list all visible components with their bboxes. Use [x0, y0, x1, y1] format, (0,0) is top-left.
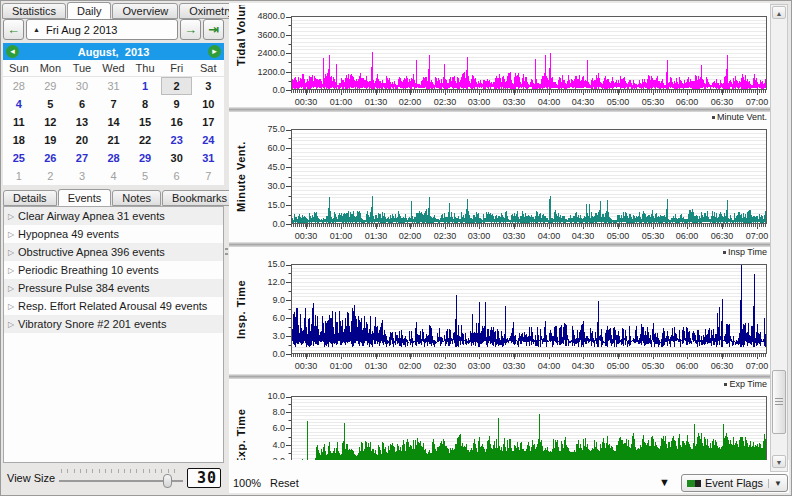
calendar-day-cell[interactable]: 10	[192, 95, 224, 113]
calendar-day-cell[interactable]: 13	[66, 113, 98, 131]
event-list-item[interactable]: ▷Hypopnea 49 events	[4, 225, 223, 243]
calendar-day-cell[interactable]: 11	[3, 113, 35, 131]
y-tick-label: 10.0	[233, 391, 285, 401]
graph-toggle-icon[interactable]: ▼	[659, 476, 670, 488]
reset-zoom-button[interactable]: Reset	[270, 477, 299, 489]
chart-minute-vent-: Minute Vent.Minute Vent.0.015.030.045.06…	[229, 109, 770, 244]
y-tick-label: 15.0	[233, 259, 285, 269]
calendar-day-cell[interactable]: 8	[129, 95, 161, 113]
charts-scrollbar[interactable]: ▲ ▼	[770, 4, 788, 472]
view-size-slider[interactable]	[59, 467, 183, 489]
calendar-day-cell[interactable]: 2	[35, 167, 67, 185]
x-tick-label: 01:00	[323, 97, 359, 107]
scrollbar-down-button[interactable]: ▼	[772, 455, 786, 468]
calendar-day-cell[interactable]: 29	[129, 149, 161, 167]
calendar-weekday-label: Tue	[66, 60, 98, 76]
calendar-day-cell[interactable]: 20	[66, 131, 98, 149]
next-day-button[interactable]: →	[180, 19, 201, 40]
calendar-day-cell[interactable]: 5	[35, 95, 67, 113]
event-list-item[interactable]: ▷Clear Airway Apnea 31 events	[4, 207, 223, 225]
calendar-day-cell[interactable]: 4	[3, 95, 35, 113]
expand-row-icon[interactable]: ▷	[4, 212, 18, 221]
calendar-day-cell[interactable]: 7	[98, 95, 130, 113]
calendar-day-cell[interactable]: 30	[66, 77, 98, 95]
chart-title: Exp Time	[724, 379, 767, 389]
calendar-day-cell[interactable]: 18	[3, 131, 35, 149]
calendar-day-cell[interactable]: 12	[35, 113, 67, 131]
x-tick-label: 06:00	[669, 361, 705, 371]
expand-row-icon[interactable]: ▷	[4, 302, 18, 311]
tab-notes[interactable]: Notes	[112, 190, 161, 206]
calendar-day-cell[interactable]: 6	[66, 95, 98, 113]
calendar-day-cell[interactable]: 21	[98, 131, 130, 149]
scrollbar-thumb[interactable]	[772, 370, 786, 434]
date-selector[interactable]: ▲ Fri Aug 2 2013	[26, 19, 178, 40]
calendar-day-cell[interactable]: 24	[192, 131, 224, 149]
expand-row-icon[interactable]: ▷	[4, 248, 18, 257]
calendar-day-cell[interactable]: 9	[161, 95, 193, 113]
expand-row-icon[interactable]: ▷	[4, 284, 18, 293]
calendar-day-cell[interactable]: 16	[161, 113, 193, 131]
calendar-day-cell[interactable]: 4	[98, 167, 130, 185]
event-list-item[interactable]: ▷Resp. Effort Related Arousal 49 events	[4, 297, 223, 315]
calendar-weekday-label: Thu	[129, 60, 161, 76]
calendar-day-cell[interactable]: 6	[161, 167, 193, 185]
tab-details[interactable]: Details	[3, 190, 57, 206]
calendar-day-cell[interactable]: 27	[66, 149, 98, 167]
expand-row-icon[interactable]: ▷	[4, 320, 18, 329]
calendar-day-cell[interactable]: 5	[129, 167, 161, 185]
calendar-day-cell[interactable]: 3	[66, 167, 98, 185]
prev-day-button[interactable]: ←	[3, 19, 24, 40]
event-list-item[interactable]: ▷Vibratory Snore #2 201 events	[4, 315, 223, 333]
calendar-day-cell[interactable]: 28	[98, 149, 130, 167]
event-list-item[interactable]: ▷Obstructive Apnea 396 events	[4, 243, 223, 261]
calendar-day-cell[interactable]: 31	[192, 149, 224, 167]
expand-row-icon[interactable]: ▷	[4, 230, 18, 239]
calendar-day-cell[interactable]: 31	[98, 77, 130, 95]
tab-events[interactable]: Events	[58, 189, 112, 206]
expand-row-icon[interactable]: ▷	[4, 266, 18, 275]
calendar-day-cell[interactable]: 28	[3, 77, 35, 95]
scrollbar-up-button[interactable]: ▲	[772, 6, 786, 19]
chart-splitter[interactable]	[229, 107, 770, 112]
calendar-day-cell[interactable]: 26	[35, 149, 67, 167]
event-list-item[interactable]: ▷Periodic Breathing 10 events	[4, 261, 223, 279]
calendar-day-cell[interactable]: 7	[192, 167, 224, 185]
calendar-day-cell[interactable]: 17	[192, 113, 224, 131]
slider-handle[interactable]	[163, 474, 172, 488]
next-month-button[interactable]: ▸	[208, 45, 221, 58]
x-tick-label: 07:00	[739, 231, 770, 241]
prev-month-button[interactable]: ◂	[6, 45, 19, 58]
calendar-weekday-row: SunMonTueWedThuFriSat	[3, 60, 224, 77]
calendar-day-cell[interactable]: 14	[98, 113, 130, 131]
latest-day-icon: ⇥	[208, 22, 219, 37]
tab-daily[interactable]: Daily	[67, 2, 111, 19]
calendar-day-cell[interactable]: 30	[161, 149, 193, 167]
calendar-day-cell[interactable]: 2	[161, 77, 193, 95]
event-flags-dropdown[interactable]: Event Flags ▼	[681, 474, 788, 492]
y-tick-label: 0.0	[233, 85, 285, 95]
calendar-day-cell[interactable]: 1	[3, 167, 35, 185]
x-tick-label: 05:30	[635, 231, 671, 241]
calendar-day-cell[interactable]: 25	[3, 149, 35, 167]
calendar-day-cell[interactable]: 15	[129, 113, 161, 131]
chart-plot-canvas[interactable]	[286, 396, 767, 462]
chart-splitter[interactable]	[229, 374, 770, 379]
calendar-day-cell[interactable]: 22	[129, 131, 161, 149]
calendar-day-cell[interactable]: 23	[161, 131, 193, 149]
x-tick-label: 04:00	[531, 231, 567, 241]
event-list-item[interactable]: ▷Pressure Pulse 384 events	[4, 279, 223, 297]
calendar-day-cell[interactable]: 1	[129, 77, 161, 95]
slider-tick	[136, 469, 137, 473]
chart-plot-canvas[interactable]	[286, 264, 767, 360]
latest-day-button[interactable]: ⇥	[203, 19, 224, 40]
calendar-day-cell[interactable]: 3	[192, 77, 224, 95]
tab-overview[interactable]: Overview	[112, 3, 178, 19]
chart-splitter[interactable]	[229, 242, 770, 247]
calendar-day-cell[interactable]: 29	[35, 77, 67, 95]
calendar-day-cell[interactable]: 19	[35, 131, 67, 149]
chart-plot-canvas[interactable]	[286, 129, 767, 230]
y-tick-label: 1200.0	[233, 67, 285, 77]
chart-plot-canvas[interactable]	[286, 16, 767, 96]
tab-statistics[interactable]: Statistics	[2, 3, 66, 19]
